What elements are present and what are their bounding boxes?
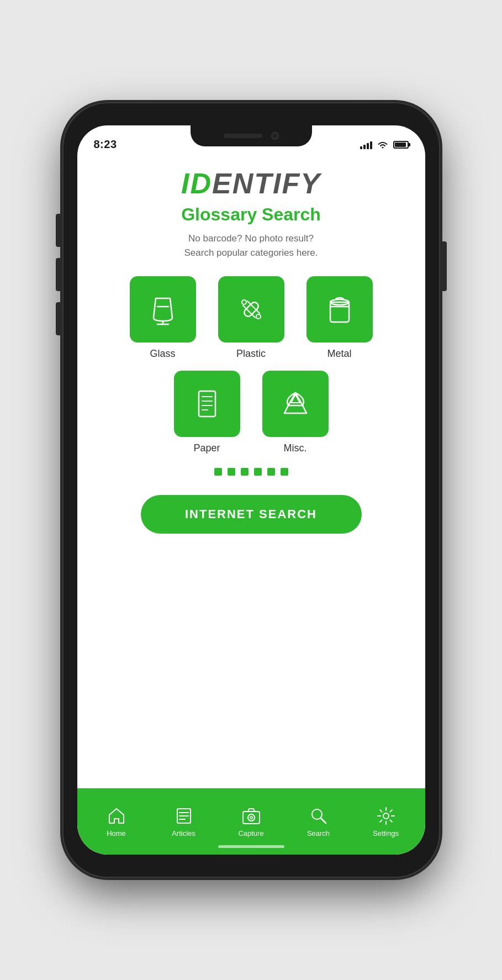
phone-frame: 8:23 xyxy=(64,103,439,877)
metal-icon xyxy=(320,290,359,329)
category-misc-label: Misc. xyxy=(284,442,307,454)
plastic-icon xyxy=(232,290,271,329)
category-paper-icon-box xyxy=(174,371,240,437)
notch xyxy=(191,125,312,146)
svg-rect-15 xyxy=(243,812,260,824)
nav-capture[interactable]: Capture xyxy=(218,806,285,837)
category-plastic-label: Plastic xyxy=(236,348,266,360)
pagination-dots xyxy=(214,468,288,476)
phone-wrapper: 8:23 xyxy=(0,0,502,980)
category-misc[interactable]: Misc. xyxy=(262,371,329,454)
dot-1 xyxy=(214,468,222,476)
nav-capture-label: Capture xyxy=(238,829,263,837)
page-title: Glossary Search xyxy=(181,204,321,225)
category-glass-label: Glass xyxy=(150,348,175,360)
subtitle-line2: Search popular categories here. xyxy=(184,247,318,258)
subtitle: No barcode? No photo result? Search popu… xyxy=(184,231,318,260)
home-indicator xyxy=(218,845,284,848)
category-plastic-icon-box xyxy=(218,276,284,343)
svg-rect-5 xyxy=(199,391,215,417)
nav-search-label: Search xyxy=(307,829,330,837)
category-metal[interactable]: Metal xyxy=(307,276,373,360)
search-icon xyxy=(309,806,329,826)
status-icons xyxy=(360,140,409,149)
bottom-nav: Home Articles xyxy=(77,788,425,855)
notch-camera xyxy=(271,132,279,140)
category-plastic[interactable]: Plastic xyxy=(218,276,284,360)
category-glass-icon-box xyxy=(130,276,196,343)
status-time: 8:23 xyxy=(94,138,117,151)
internet-search-button[interactable]: INTERNET SEARCH xyxy=(141,495,362,534)
nav-articles[interactable]: Articles xyxy=(150,806,218,837)
nav-articles-label: Articles xyxy=(172,829,195,837)
subtitle-line1: No barcode? No photo result? xyxy=(188,233,314,244)
settings-icon xyxy=(376,806,396,826)
dot-4 xyxy=(254,468,262,476)
category-grid-row1: Glass Plastic xyxy=(130,276,373,360)
capture-icon xyxy=(241,806,261,826)
svg-point-16 xyxy=(248,814,255,821)
svg-point-2 xyxy=(256,314,261,319)
glass-icon xyxy=(144,290,182,329)
svg-point-20 xyxy=(383,813,389,819)
dot-6 xyxy=(281,468,288,476)
nav-home[interactable]: Home xyxy=(83,806,150,837)
nav-settings[interactable]: Settings xyxy=(352,806,420,837)
wifi-icon xyxy=(377,140,389,149)
svg-line-19 xyxy=(321,818,326,823)
nav-search[interactable]: Search xyxy=(285,806,352,837)
category-paper[interactable]: Paper xyxy=(174,371,240,454)
notch-speaker xyxy=(224,134,262,138)
battery-icon xyxy=(393,141,409,149)
svg-point-1 xyxy=(242,300,246,304)
app-title-rest: ENTIFY xyxy=(212,167,321,199)
home-icon xyxy=(107,806,126,826)
articles-icon xyxy=(174,806,194,826)
app-content: IDENTIFY Glossary Search No barcode? No … xyxy=(77,156,425,788)
svg-point-17 xyxy=(250,816,252,819)
paper-icon xyxy=(188,384,226,423)
category-glass[interactable]: Glass xyxy=(130,276,196,360)
nav-settings-label: Settings xyxy=(373,829,399,837)
category-paper-label: Paper xyxy=(193,442,220,454)
phone-screen: 8:23 xyxy=(77,125,425,855)
category-grid-row2: Paper Misc. xyxy=(174,371,329,454)
svg-rect-0 xyxy=(242,301,260,318)
dot-3 xyxy=(241,468,249,476)
dot-5 xyxy=(267,468,275,476)
app-title: IDENTIFY xyxy=(181,167,321,200)
category-misc-icon-box xyxy=(262,371,329,437)
category-metal-icon-box xyxy=(307,276,373,343)
dot-2 xyxy=(228,468,235,476)
misc-icon xyxy=(276,384,315,423)
signal-bars-icon xyxy=(360,140,372,149)
nav-home-label: Home xyxy=(107,829,126,837)
category-metal-label: Metal xyxy=(327,348,351,360)
app-title-id: ID xyxy=(181,167,212,199)
